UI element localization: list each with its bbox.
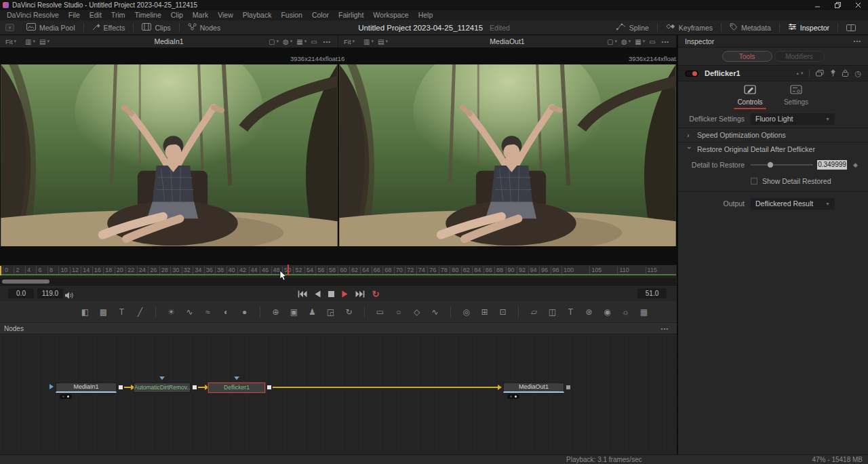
node-graph[interactable]: MediaIn1AutomaticDirtRemov...Deflicker1M… (0, 334, 677, 454)
detail-to-restore-value[interactable]: 0.349999 (817, 160, 847, 170)
media-pool-button[interactable]: Media Pool (18, 20, 83, 35)
resize-tool-icon[interactable]: ◲ (321, 306, 340, 318)
menu-davinci-resolve[interactable]: DaVinci Resolve (2, 10, 64, 20)
metadata-button[interactable]: Metadata (722, 20, 779, 35)
restore-button[interactable] (827, 0, 848, 10)
menu-timeline[interactable]: Timeline (130, 10, 165, 20)
left-viewer-compare-dropdown[interactable]: ▤▾ (39, 38, 50, 45)
close-button[interactable] (848, 0, 868, 10)
clips-button[interactable]: Clips (134, 20, 178, 35)
show-detail-restored-checkbox[interactable] (751, 178, 757, 185)
node-deflicker1[interactable]: Deflicker1 (208, 383, 265, 393)
menu-color[interactable]: Color (307, 10, 334, 20)
node-output-socket[interactable] (119, 385, 123, 389)
subtab-controls[interactable]: Controls (732, 85, 768, 110)
inspector-button[interactable]: Inspector (780, 20, 837, 35)
copy-settings-icon[interactable] (816, 67, 824, 79)
color-corrector-tool-icon[interactable]: ☀ (162, 306, 180, 318)
menu-trim[interactable]: Trim (106, 10, 130, 20)
tracker-tool-icon[interactable]: ◎ (457, 306, 475, 318)
transform-tool-icon[interactable]: ↻ (340, 306, 358, 318)
lock-icon[interactable] (842, 67, 848, 79)
keyframes-button[interactable]: Keyframes (658, 20, 721, 35)
background-tool-icon[interactable]: ◧ (76, 306, 94, 318)
current-frame-field[interactable]: 51.0 (637, 288, 667, 298)
keyframe-diamond-icon[interactable]: ◆ (853, 161, 858, 168)
left-viewer-buffer-dropdown[interactable]: ▥▾ (25, 38, 35, 45)
right-viewer-image[interactable] (339, 64, 676, 246)
right-viewer-guides-dropdown[interactable]: ▦▾ (635, 38, 645, 45)
node-output-socket[interactable] (267, 385, 271, 389)
timeline-ruler[interactable]: 0246810121416182022242628303234363840424… (0, 265, 676, 274)
text-tool-icon[interactable]: T (113, 306, 131, 318)
menu-view[interactable]: View (213, 10, 238, 20)
brightness-contrast-tool-icon[interactable]: ◐ (217, 306, 235, 318)
output-dropdown[interactable]: Deflickered Result ▼ (751, 198, 835, 210)
blur-tool-icon[interactable]: ● (235, 306, 254, 318)
left-viewer-channel-dropdown[interactable]: ▢▾ (269, 38, 279, 45)
effects-button[interactable]: Effects (84, 20, 134, 35)
node-mediain1[interactable]: MediaIn1 (56, 383, 117, 393)
tab-modifiers[interactable]: Modifiers (774, 51, 825, 62)
play-reverse-button[interactable] (315, 289, 321, 298)
camera-3d-tool-icon[interactable]: ◉ (598, 306, 616, 318)
node-enable-toggle[interactable] (685, 71, 698, 77)
right-viewer-compare-dropdown[interactable]: ▤▾ (378, 38, 388, 45)
bspline-mask-tool-icon[interactable]: ∿ (426, 306, 444, 318)
text-3d-tool-icon[interactable]: T (561, 306, 580, 318)
right-viewer-lut-dropdown[interactable]: ◍▾ (621, 38, 631, 45)
menu-help[interactable]: Help (414, 10, 438, 20)
paint-tool-icon[interactable]: ╱ (131, 306, 149, 318)
node-output-socket[interactable] (193, 385, 197, 389)
left-viewer-zoom-dropdown[interactable]: Fit▾ (5, 38, 16, 45)
right-viewer-channel-dropdown[interactable]: ▢▾ (607, 38, 617, 45)
left-viewer-image[interactable] (1, 64, 338, 246)
ui-layout-toggle[interactable]: ▾ (5, 24, 14, 31)
go-to-start-button[interactable] (298, 289, 307, 298)
play-button[interactable] (342, 289, 348, 298)
subtab-settings[interactable]: Settings (778, 85, 814, 110)
shape-3d-tool-icon[interactable]: ◫ (543, 306, 561, 318)
nodes-options-menu[interactable]: ••• (661, 326, 669, 332)
right-viewer-options-menu[interactable]: ••• (662, 39, 669, 45)
minimize-button[interactable] (807, 0, 827, 10)
menu-fusion[interactable]: Fusion (276, 10, 307, 20)
node-automaticdirtremov[interactable]: AutomaticDirtRemov... (134, 383, 191, 393)
rectangle-mask-tool-icon[interactable]: ▭ (371, 306, 389, 318)
loop-button[interactable]: ↻ (372, 289, 380, 298)
menu-clip[interactable]: Clip (166, 10, 188, 20)
deflicker-settings-dropdown[interactable]: Fluoro Light ▼ (751, 113, 835, 125)
playhead[interactable] (288, 265, 289, 275)
left-viewer-expand-button[interactable]: ▭ (311, 38, 317, 45)
right-viewer-expand-button[interactable]: ▭ (649, 38, 655, 45)
detail-to-restore-slider[interactable] (751, 160, 813, 170)
inspector-options-menu[interactable]: ••• (854, 38, 861, 44)
merge-tool-icon[interactable]: ⊕ (267, 306, 285, 318)
left-viewer-lut-dropdown[interactable]: ◍▾ (283, 38, 292, 45)
node-output-socket[interactable] (566, 385, 570, 389)
timeline-scrollbar-thumb[interactable] (2, 279, 50, 284)
stop-button[interactable] (328, 289, 334, 298)
dual-screen-icon[interactable] (838, 20, 864, 35)
spline-button[interactable]: Spline (608, 20, 657, 35)
image-plane-3d-tool-icon[interactable]: ▱ (525, 306, 543, 318)
version-dropdown[interactable]: ▪ ▾ (797, 71, 803, 77)
menu-workspace[interactable]: Workspace (368, 10, 413, 20)
reset-icon[interactable]: ◷ (854, 70, 861, 77)
tab-tools[interactable]: Tools (722, 51, 772, 62)
menu-playback[interactable]: Playback (238, 10, 277, 20)
ellipse-mask-tool-icon[interactable]: ○ (389, 306, 408, 318)
section-speed-optimization[interactable]: › Speed Optimization Options (678, 128, 868, 142)
polygon-mask-tool-icon[interactable]: ◇ (408, 306, 426, 318)
section-restore-detail[interactable]: › Restore Original Detail After Deflicke… (678, 142, 868, 156)
left-viewer-options-menu[interactable]: ••• (323, 39, 331, 45)
node-mediaout1[interactable]: MediaOut1 (503, 383, 564, 393)
renderer-3d-tool-icon[interactable]: ▦ (635, 306, 653, 318)
delta-keyer-tool-icon[interactable]: ♟ (303, 306, 321, 318)
nodes-button[interactable]: Nodes (180, 20, 229, 35)
planar-transform-tool-icon[interactable]: ⊡ (494, 306, 512, 318)
planar-tracker-tool-icon[interactable]: ⊞ (475, 306, 494, 318)
right-viewer-zoom-dropdown[interactable]: Fit▾ (344, 38, 355, 45)
go-to-end-button[interactable] (355, 289, 365, 298)
color-curves-tool-icon[interactable]: ∿ (180, 306, 199, 318)
